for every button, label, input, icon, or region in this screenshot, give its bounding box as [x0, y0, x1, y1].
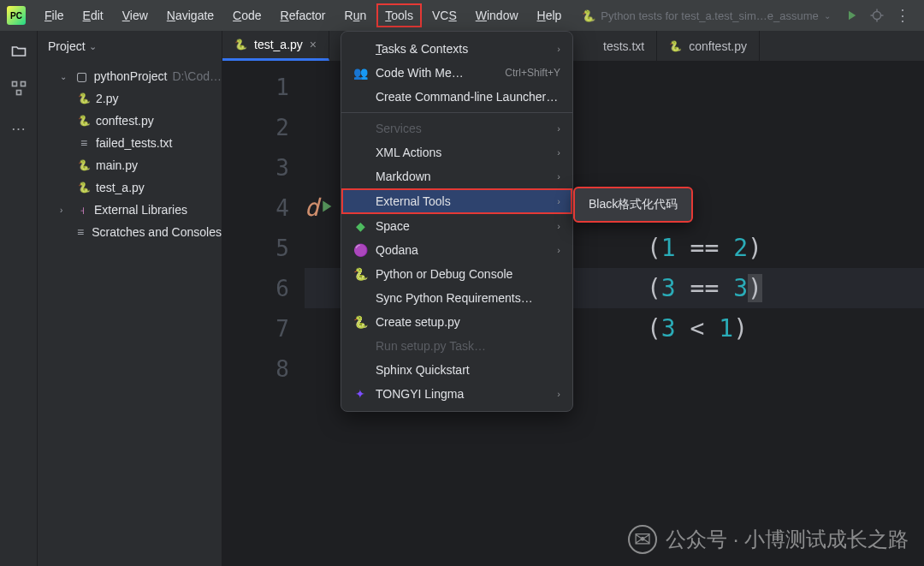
menu-label: Create Command-line Launcher… — [376, 90, 558, 104]
structure-tool-icon[interactable] — [10, 80, 27, 99]
menu-label: Sphinx Quickstart — [376, 363, 470, 377]
menu-xml-actions[interactable]: XML Actions› — [341, 140, 572, 164]
line-number-gutter: 1 2 3 4 5 6 7 8 — [222, 62, 305, 566]
code-token: 1 — [719, 314, 733, 343]
code-token: 2 — [733, 234, 748, 262]
python-file-icon: 🐍 — [77, 159, 91, 171]
debug-button[interactable] — [869, 8, 885, 23]
menu-python-console[interactable]: 🐍Python or Debug Console — [341, 262, 572, 286]
tongyi-icon: ✦ — [353, 387, 367, 401]
code-token: 3 — [661, 274, 676, 302]
tree-file[interactable]: ≡failed_tests.txt — [38, 132, 222, 154]
menu-help[interactable]: Help — [529, 3, 571, 27]
menu-code-with-me[interactable]: 👥Code With Me…Ctrl+Shift+Y — [341, 61, 572, 85]
tab-test-a[interactable]: 🐍 test_a.py × — [222, 31, 329, 61]
tree-file[interactable]: 🐍2.py — [38, 87, 222, 110]
python-file-icon: 🐍 — [77, 182, 91, 194]
python-file-icon: 🐍 — [669, 40, 682, 52]
menu-file[interactable]: File — [36, 3, 73, 27]
menu-markdown[interactable]: Markdown› — [341, 164, 572, 188]
project-title: Project — [48, 39, 86, 53]
python-file-icon: 🐍 — [77, 115, 91, 127]
project-tool-icon[interactable] — [10, 43, 27, 63]
menu-tongyi[interactable]: ✦TONGYI Lingma› — [341, 382, 572, 406]
menu-edit[interactable]: Edit — [74, 3, 112, 27]
submenu-black-format[interactable]: Black格式化代码 — [575, 192, 691, 217]
menu-tasks-contexts[interactable]: Tasks & Contexts› — [341, 37, 572, 61]
run-gutter-icon[interactable] — [317, 195, 335, 221]
line-number: 4 — [222, 188, 305, 228]
watermark-text: 公众号 · 小博测试成长之路 — [666, 526, 909, 553]
tab-label: test_a.py — [254, 38, 303, 51]
project-sidebar: Project ⌄ ⌄ ▢ pythonProject D:\Cod… 🐍2.p… — [38, 31, 222, 566]
chevron-down-icon: ⌄ — [89, 41, 97, 52]
close-icon[interactable]: × — [310, 38, 317, 51]
menu-navigate[interactable]: Navigate — [158, 3, 222, 27]
project-header[interactable]: Project ⌄ — [38, 31, 222, 62]
run-config-label: Python tests for test_a.test_sim…e_assum… — [601, 9, 818, 22]
menu-label: External Tools — [376, 194, 451, 208]
menu-tools[interactable]: Tools — [376, 3, 422, 27]
extlib-label: External Libraries — [94, 203, 187, 217]
file-label: failed_tests.txt — [96, 136, 173, 150]
editor-tabs: 🐍 test_a.py × tests.txt 🐍 conftest.py — [222, 31, 924, 62]
line-number: 8 — [222, 349, 305, 389]
run-configuration[interactable]: 🐍 Python tests for test_a.test_sim…e_ass… — [582, 9, 830, 22]
root-name: pythonProject — [94, 69, 168, 83]
line-number: 3 — [222, 147, 305, 188]
code-token: ) — [733, 314, 748, 343]
pycharm-logo: PC — [7, 6, 26, 25]
tree-file[interactable]: 🐍conftest.py — [38, 110, 222, 132]
chevron-down-icon: ⌄ — [60, 72, 70, 81]
menu-external-tools[interactable]: External Tools› — [341, 188, 572, 214]
menu-separator — [341, 112, 572, 113]
text-file-icon: ≡ — [77, 136, 91, 150]
chevron-right-icon: › — [557, 44, 560, 54]
menu-view[interactable]: View — [114, 3, 157, 27]
menubar: PC File Edit View Navigate Code Refactor… — [0, 0, 924, 31]
line-number: 6 — [222, 268, 305, 308]
external-tools-submenu: Black格式化代码 — [573, 187, 693, 223]
code-token: ) — [748, 234, 762, 262]
more-button[interactable]: ⋮ — [895, 6, 910, 25]
menu-run[interactable]: Run — [336, 3, 376, 27]
tree-root[interactable]: ⌄ ▢ pythonProject D:\Cod… — [38, 65, 222, 87]
menu-code[interactable]: Code — [224, 3, 270, 27]
chevron-right-icon: › — [557, 171, 560, 182]
menu-space[interactable]: ◆Space› — [341, 214, 572, 238]
qodana-icon: 🟣 — [353, 243, 367, 257]
tree-file[interactable]: 🐍test_a.py — [38, 176, 222, 199]
folder-icon: ▢ — [75, 69, 89, 83]
menu-sphinx[interactable]: Sphinx Quickstart — [341, 358, 572, 382]
menu-label: Qodana — [376, 243, 418, 257]
code-token: ( — [647, 314, 661, 343]
code-with-me-icon: 👥 — [353, 66, 367, 80]
menu-vcs[interactable]: VCS — [424, 3, 465, 27]
menu-label: Space — [376, 219, 410, 233]
menu-sync-requirements[interactable]: Sync Python Requirements… — [341, 286, 572, 310]
menu-create-setup[interactable]: 🐍Create setup.py — [341, 310, 572, 334]
tree-external-libraries[interactable]: ›⫞External Libraries — [38, 199, 222, 221]
line-number: 1 — [222, 67, 305, 107]
chevron-right-icon: › — [557, 196, 560, 206]
tree-scratches[interactable]: ≡Scratches and Consoles — [38, 221, 222, 243]
menu-services: Services› — [341, 116, 572, 140]
tab-label: conftest.py — [689, 39, 747, 53]
menu-label: TONGYI Lingma — [376, 387, 464, 401]
menu-window[interactable]: Window — [467, 3, 527, 27]
python-file-icon: 🐍 — [234, 39, 247, 51]
menu-qodana[interactable]: 🟣Qodana› — [341, 238, 572, 262]
file-label: test_a.py — [96, 181, 145, 194]
code-editor[interactable]: 1 2 3 4 5 6 7 8 i dssume(): (1 == 2) (3 … — [222, 62, 924, 566]
tree-file[interactable]: 🐍main.py — [38, 154, 222, 176]
file-label: main.py — [96, 158, 138, 172]
menu-create-launcher[interactable]: Create Command-line Launcher… — [341, 85, 572, 109]
menu-refactor[interactable]: Refactor — [272, 3, 335, 27]
run-button[interactable] — [844, 8, 859, 23]
scratch-icon: ≡ — [74, 225, 86, 239]
more-tool-icon[interactable]: … — [11, 116, 27, 134]
menu-run-setup: Run setup.py Task… — [341, 334, 572, 358]
svg-point-0 — [874, 12, 881, 20]
chevron-right-icon: › — [60, 206, 70, 215]
tab-conftest[interactable]: 🐍 conftest.py — [657, 31, 760, 61]
